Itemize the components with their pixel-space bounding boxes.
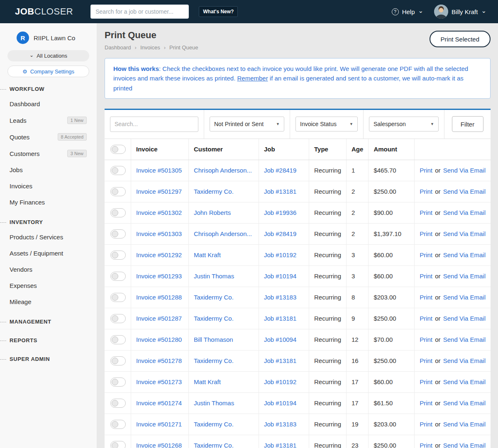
row-toggle[interactable] [110, 187, 126, 196]
row-toggle[interactable] [110, 377, 126, 387]
job-link[interactable]: Job #13183 [264, 421, 296, 428]
print-link[interactable]: Print [420, 230, 432, 237]
send-email-link[interactable]: Send Via Email [443, 167, 486, 174]
print-link[interactable]: Print [420, 357, 432, 364]
job-link[interactable]: Job #13181 [264, 315, 296, 322]
sidebar-item-vendors[interactable]: Vendors [0, 261, 97, 278]
send-email-link[interactable]: Send Via Email [443, 251, 486, 258]
sidebar-item-my-finances[interactable]: My Finances [0, 194, 97, 210]
customer-link[interactable]: Matt Kraft [194, 251, 221, 258]
row-toggle[interactable] [110, 335, 126, 344]
invoice-link[interactable]: Invoice #501278 [136, 357, 182, 364]
customer-link[interactable]: Taxidermy Co. [194, 442, 234, 448]
job-link[interactable]: Job #10194 [264, 273, 296, 280]
print-link[interactable]: Print [420, 442, 432, 448]
job-link[interactable]: Job #13183 [264, 294, 296, 301]
invoice-link[interactable]: Invoice #501280 [136, 336, 182, 343]
nav-section-inventory[interactable]: INVENTORY [0, 215, 97, 229]
sidebar-item-quotes[interactable]: Quotes8 Accepted [0, 129, 97, 145]
row-toggle[interactable] [110, 356, 126, 365]
global-search-input[interactable] [90, 5, 189, 19]
send-email-link[interactable]: Send Via Email [443, 188, 486, 195]
customer-link[interactable]: Chrisoph Anderson... [194, 167, 252, 174]
invoice-link[interactable]: Invoice #501288 [136, 294, 182, 301]
breadcrumb-dashboard[interactable]: Dashboard [105, 44, 131, 51]
sidebar-item-invoices[interactable]: Invoices [0, 178, 97, 194]
send-email-link[interactable]: Send Via Email [443, 421, 486, 428]
print-link[interactable]: Print [420, 315, 432, 322]
row-toggle[interactable] [110, 272, 126, 281]
send-email-link[interactable]: Send Via Email [443, 315, 486, 322]
printed-filter-select[interactable]: Not Printed or Sent ▼ [210, 117, 284, 131]
row-toggle[interactable] [110, 314, 126, 323]
customer-link[interactable]: Taxidermy Co. [194, 188, 234, 195]
job-link[interactable]: Job #10094 [264, 336, 296, 343]
print-link[interactable]: Print [420, 336, 432, 343]
sidebar-item-products-services[interactable]: Products / Services [0, 229, 97, 245]
send-email-link[interactable]: Send Via Email [443, 336, 486, 343]
job-link[interactable]: Job #13181 [264, 188, 296, 195]
row-toggle[interactable] [110, 208, 126, 217]
salesperson-select[interactable]: Salesperson ▼ [369, 117, 439, 131]
customer-link[interactable]: John Roberts [194, 209, 231, 216]
row-toggle[interactable] [110, 420, 126, 429]
job-link[interactable]: Job #10192 [264, 251, 296, 258]
customer-link[interactable]: Taxidermy Co. [194, 294, 234, 301]
print-selected-button[interactable]: Print Selected [430, 31, 491, 47]
invoice-link[interactable]: Invoice #501273 [136, 378, 182, 385]
customer-link[interactable]: Chrisoph Anderson... [194, 230, 252, 237]
invoice-link[interactable]: Invoice #501302 [136, 209, 182, 216]
sidebar-item-jobs[interactable]: Jobs [0, 162, 97, 178]
row-toggle[interactable] [110, 293, 126, 302]
nav-section-workflow[interactable]: WORKFLOW [0, 82, 97, 96]
row-toggle[interactable] [110, 251, 126, 260]
user-menu[interactable]: Billy Kraft ⌄ [434, 5, 486, 19]
invoice-link[interactable]: Invoice #501305 [136, 167, 182, 174]
send-email-link[interactable]: Send Via Email [443, 399, 486, 407]
table-search-input[interactable] [110, 117, 198, 132]
print-link[interactable]: Print [420, 294, 432, 301]
nav-section-super-admin[interactable]: SUPER ADMIN [0, 352, 97, 366]
invoice-link[interactable]: Invoice #501268 [136, 442, 182, 448]
job-link[interactable]: Job #13181 [264, 442, 296, 448]
sidebar-item-expenses[interactable]: Expenses [0, 278, 97, 294]
row-toggle[interactable] [110, 441, 126, 448]
whats-new-badge[interactable]: What's New? [199, 6, 238, 17]
row-toggle[interactable] [110, 229, 126, 239]
customer-link[interactable]: Bill Thomason [194, 336, 233, 343]
customer-link[interactable]: Taxidermy Co. [194, 421, 234, 428]
print-link[interactable]: Print [420, 251, 432, 258]
customer-link[interactable]: Taxidermy Co. [194, 315, 234, 322]
nav-section-reports[interactable]: REPORTS [0, 334, 97, 347]
send-email-link[interactable]: Send Via Email [443, 209, 486, 216]
send-email-link[interactable]: Send Via Email [443, 357, 486, 364]
send-email-link[interactable]: Send Via Email [443, 230, 486, 237]
sidebar-item-leads[interactable]: Leads1 New [0, 112, 97, 129]
print-link[interactable]: Print [420, 167, 432, 174]
invoice-link[interactable]: Invoice #501271 [136, 421, 182, 428]
select-all-toggle[interactable] [110, 145, 126, 154]
print-link[interactable]: Print [420, 209, 432, 216]
invoice-link[interactable]: Invoice #501287 [136, 315, 182, 322]
nav-section-management[interactable]: MANAGEMENT [0, 315, 97, 329]
company-settings-button[interactable]: ⚙ Company Settings [7, 66, 89, 77]
invoice-link[interactable]: Invoice #501293 [136, 273, 182, 280]
job-link[interactable]: Job #10194 [264, 399, 296, 407]
sidebar-item-dashboard[interactable]: Dashboard [0, 96, 97, 112]
print-link[interactable]: Print [420, 188, 432, 195]
invoice-link[interactable]: Invoice #501274 [136, 399, 182, 407]
sidebar-item-assets-equipment[interactable]: Assets / Equipment [0, 245, 97, 261]
job-link[interactable]: Job #10192 [264, 378, 296, 385]
customer-link[interactable]: Justin Thomas [194, 399, 234, 407]
sidebar-item-mileage[interactable]: Mileage [0, 294, 97, 310]
job-link[interactable]: Job #13181 [264, 357, 296, 364]
print-link[interactable]: Print [420, 273, 432, 280]
location-selector[interactable]: ⌄ All Locations [7, 50, 89, 61]
row-toggle[interactable] [110, 399, 126, 408]
invoice-link[interactable]: Invoice #501297 [136, 188, 182, 195]
row-toggle[interactable] [110, 166, 126, 175]
app-logo[interactable]: JOBCLOSER [15, 6, 73, 17]
print-link[interactable]: Print [420, 399, 432, 407]
invoice-link[interactable]: Invoice #501292 [136, 251, 182, 258]
print-link[interactable]: Print [420, 378, 432, 385]
